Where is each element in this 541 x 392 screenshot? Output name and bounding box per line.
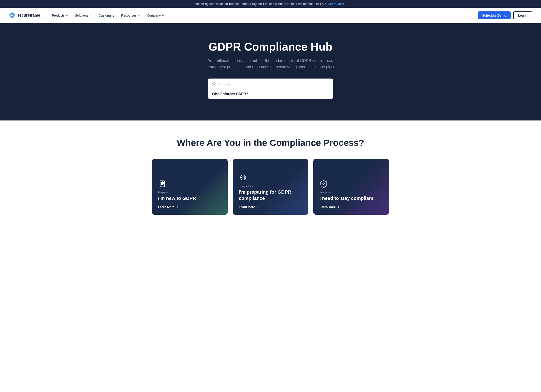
card-intermediate[interactable]: Intermediate I'm preparing for GDPR comp… [233, 159, 308, 215]
card-advanced[interactable]: Advanced I need to stay compliant Learn … [313, 159, 389, 215]
search-container: Who Enforces GDPR? [208, 79, 333, 99]
content-section: Where Are You in the Compliance Process?… [0, 121, 541, 232]
announcement-text: Announcing our expanded Trusted Partner … [192, 2, 327, 5]
announcement-link[interactable]: Learn More → [328, 2, 348, 5]
nav-item-company[interactable]: Company [144, 12, 167, 19]
search-input[interactable] [218, 81, 329, 86]
nav-links: Products Solutions Customers Resources C… [49, 12, 478, 19]
chevron-right-icon [176, 205, 179, 209]
nav-item-products[interactable]: Products [49, 12, 71, 19]
card-level-intermediate: Intermediate [239, 185, 302, 188]
section-title: Where Are You in the Compliance Process? [13, 138, 528, 148]
chevron-down-icon [89, 14, 92, 17]
search-icon [212, 81, 216, 86]
card-learn-more-intermediate[interactable]: Learn More [239, 205, 302, 209]
hero-subtitle: Your ultimate information hub for the fu… [204, 58, 337, 70]
chart-ring-icon [239, 173, 247, 182]
card-learn-more-beginner[interactable]: Learn More [158, 205, 222, 209]
nav-item-customers[interactable]: Customers [96, 12, 117, 19]
chevron-down-icon [137, 14, 140, 17]
login-button[interactable]: Log In [513, 11, 532, 19]
card-level-advanced: Advanced [319, 191, 383, 194]
logo-text: secureframe [17, 13, 40, 18]
card-heading-intermediate: I'm preparing for GDPR compliance [239, 189, 302, 201]
chevron-right-icon [256, 205, 260, 209]
logo[interactable]: secureframe [9, 12, 40, 19]
chevron-down-icon [65, 14, 68, 17]
search-suggestion: Who Enforces GDPR? [212, 92, 248, 96]
chevron-right-icon [337, 205, 340, 209]
svg-point-4 [242, 176, 245, 179]
chevron-down-icon [161, 14, 164, 17]
shield-check-icon [319, 179, 328, 188]
schedule-demo-button[interactable]: Schedule Demo [478, 11, 511, 19]
logo-icon [9, 12, 16, 19]
card-learn-more-advanced[interactable]: Learn More [319, 205, 383, 209]
nav-item-resources[interactable]: Resources [118, 12, 143, 19]
announcement-bar: Announcing our expanded Trusted Partner … [0, 0, 541, 8]
nav-item-solutions[interactable]: Solutions [72, 12, 95, 19]
cards-row: Beginner I'm new to GDPR Learn More Inte… [152, 159, 389, 215]
shield-doc-icon [158, 179, 167, 188]
hero-title: GDPR Compliance Hub [209, 41, 333, 53]
card-beginner[interactable]: Beginner I'm new to GDPR Learn More [152, 159, 228, 215]
nav-actions: Schedule Demo Log In [478, 11, 532, 19]
card-level-beginner: Beginner [158, 191, 222, 194]
hero-section: GDPR Compliance Hub Your ultimate inform… [0, 23, 541, 121]
card-heading-beginner: I'm new to GDPR [158, 195, 222, 202]
search-dropdown-item[interactable]: Who Enforces GDPR? [208, 89, 333, 99]
card-heading-advanced: I need to stay compliant [319, 195, 383, 202]
search-box [208, 79, 333, 89]
navbar: secureframe Products Solutions Customers… [0, 8, 541, 23]
